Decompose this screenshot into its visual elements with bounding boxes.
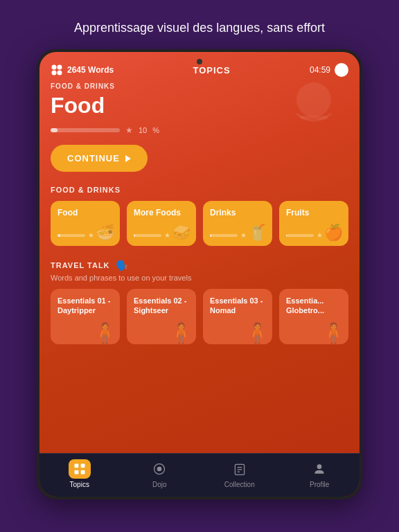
svg-rect-8 — [74, 470, 78, 475]
card-fruits-icon: 🍎 — [324, 224, 343, 242]
travel-talk-header: TRAVEL TALK 🗣️ — [51, 260, 348, 271]
card-fruits-star: ★ — [317, 231, 323, 239]
essentials-cards-scroll[interactable]: Essentials 01 -Daytripper 🧍 Essentials 0… — [51, 289, 348, 344]
essentials-card-1[interactable]: Essentials 01 -Daytripper 🧍 — [51, 289, 120, 344]
dojo-nav-icon — [150, 459, 169, 479]
dojo-nav-label: Dojo — [152, 481, 167, 488]
essentials-figure-3: 🧍 — [245, 321, 269, 344]
card-food[interactable]: Food ★ 🍜 — [51, 201, 120, 246]
nav-item-profile[interactable]: Profile — [299, 459, 340, 488]
topics-list-icon — [73, 462, 87, 476]
essentials-card-4-title: Essentia...Globetro... — [286, 296, 342, 316]
card-drinks-icon: 🥤 — [248, 224, 267, 242]
svg-rect-6 — [74, 464, 78, 468]
profile-nav-label: Profile — [310, 481, 329, 488]
svg-rect-7 — [80, 464, 85, 468]
continue-label: CONTINUE — [67, 153, 120, 163]
device-notch — [197, 59, 202, 64]
food-drinks-section: FOOD & DRINKS Food ★ 🍜 More Foods — [51, 186, 348, 249]
card-more-foods-icon: 🥪 — [172, 224, 190, 242]
current-topic-section: FOOD & DRINKS Food ★ 10% CONTINUE — [51, 82, 348, 172]
svg-point-1 — [57, 65, 62, 70]
card-fruits-title: Fruits — [286, 208, 342, 218]
nav-item-collection[interactable]: Collection — [219, 459, 260, 488]
card-food-icon: 🍜 — [96, 224, 114, 242]
card-drinks[interactable]: Drinks ★ 🥤 — [203, 201, 272, 246]
card-drinks-title: Drinks — [210, 208, 265, 218]
essentials-card-4[interactable]: Essentia...Globetro... 🧍 — [279, 289, 348, 344]
progress-bar-background — [51, 128, 120, 132]
dojo-icon — [152, 462, 166, 476]
app-logo-icon — [51, 64, 63, 76]
main-content: FOOD & DRINKS Food ★ 10% CONTINUE FOOD &… — [39, 82, 360, 453]
topics-nav-icon — [69, 459, 91, 479]
topics-label: TOPICS — [193, 65, 230, 76]
svg-rect-9 — [80, 470, 85, 475]
svg-point-16 — [317, 465, 322, 470]
essentials-card-3[interactable]: Essentials 03 -Nomad 🧍 — [203, 289, 272, 344]
progress-bar-fill — [51, 128, 57, 132]
profile-icon — [312, 462, 326, 476]
device-frame: 2645 Words TOPICS 04:59 FOOD & DRINKS Fo… — [37, 49, 362, 499]
essentials-figure-1: 🧍 — [93, 321, 117, 344]
continue-button[interactable]: CONTINUE — [51, 145, 148, 172]
percent-symbol: % — [152, 126, 159, 134]
essentials-card-2-title: Essentials 02 -Sightseer — [134, 296, 189, 316]
essentials-card-3-title: Essentials 03 -Nomad — [210, 296, 265, 316]
svg-point-0 — [52, 65, 57, 70]
svg-point-11 — [157, 467, 162, 472]
svg-point-2 — [52, 71, 57, 76]
collection-nav-icon — [230, 459, 249, 479]
food-bg-decoration — [279, 82, 348, 145]
essentials-figure-2: 🧍 — [169, 321, 193, 344]
nav-item-dojo[interactable]: Dojo — [139, 459, 180, 488]
timer-display: 04:59 — [310, 65, 330, 75]
travel-talk-flag-icon: 🗣️ — [116, 260, 127, 271]
svg-point-4 — [296, 82, 331, 117]
card-more-foods[interactable]: More Foods ★ 🥪 — [127, 201, 196, 246]
bottom-nav: Topics Dojo — [39, 453, 360, 497]
nav-item-topics[interactable]: Topics — [59, 459, 100, 488]
progress-percentage: 10 — [139, 126, 147, 134]
card-food-star: ★ — [88, 231, 94, 239]
topic-cards-scroll[interactable]: Food ★ 🍜 More Foods ★ 🥪 — [51, 201, 348, 249]
food-drinks-section-header: FOOD & DRINKS — [51, 186, 348, 194]
profile-nav-icon — [310, 459, 329, 479]
card-drinks-star: ★ — [240, 231, 247, 239]
collection-icon — [233, 462, 247, 476]
app-screen: 2645 Words TOPICS 04:59 FOOD & DRINKS Fo… — [39, 52, 360, 497]
word-count-label: 2645 Words — [67, 65, 114, 75]
travel-talk-section: TRAVEL TALK 🗣️ Words and phrases to use … — [51, 260, 348, 344]
play-arrow-icon — [125, 155, 131, 162]
card-more-foods-title: More Foods — [134, 208, 189, 218]
app-tagline: Apprentissage visuel des langues, sans e… — [74, 19, 325, 37]
card-food-title: Food — [57, 208, 113, 218]
status-right: 04:59 — [310, 63, 348, 77]
progress-star-icon: ★ — [125, 125, 133, 135]
essentials-figure-4: 🧍 — [321, 321, 346, 344]
status-bar: 2645 Words TOPICS 04:59 — [39, 52, 360, 82]
svg-rect-5 — [300, 116, 328, 119]
essentials-card-2[interactable]: Essentials 02 -Sightseer 🧍 — [127, 289, 196, 344]
timer-circle-icon — [335, 63, 348, 77]
collection-nav-label: Collection — [224, 481, 255, 488]
card-fruits[interactable]: Fruits ★ 🍎 — [279, 201, 348, 246]
travel-talk-subtitle: Words and phrases to use on your travels — [51, 274, 348, 282]
topics-nav-label: Topics — [70, 481, 89, 488]
status-left: 2645 Words — [51, 64, 114, 76]
card-more-foods-star: ★ — [164, 231, 170, 239]
svg-point-3 — [57, 71, 62, 76]
travel-talk-label: TRAVEL TALK — [51, 261, 110, 269]
essentials-card-1-title: Essentials 01 -Daytripper — [57, 296, 113, 316]
